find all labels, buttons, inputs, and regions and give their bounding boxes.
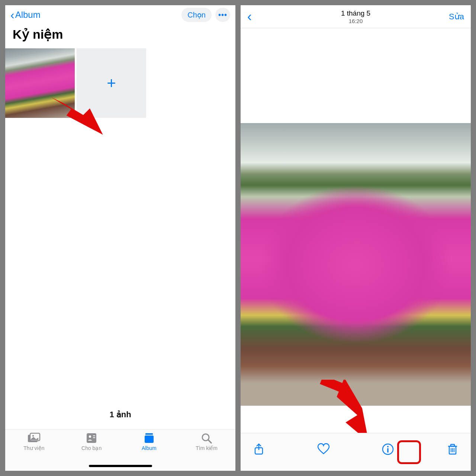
search-icon [200, 432, 213, 444]
for-you-icon [85, 432, 98, 444]
more-button[interactable]: ••• [215, 8, 230, 22]
tab-label: Cho bạn [81, 445, 102, 451]
photo-grid: + [5, 48, 235, 118]
plus-icon: + [107, 74, 116, 92]
album-title: Kỷ niệm [5, 25, 235, 48]
heart-icon [317, 443, 330, 456]
svg-line-10 [208, 440, 211, 443]
nav-bar: ‹ 1 tháng 5 16:20 Sửa [241, 5, 471, 28]
tab-label: Album [142, 445, 157, 451]
select-button[interactable]: Chọn [181, 8, 212, 22]
trash-icon [446, 443, 459, 456]
photo-count: 1 ảnh [5, 410, 235, 419]
svg-rect-6 [93, 437, 95, 438]
photo-full [241, 123, 471, 406]
info-icon [382, 443, 394, 456]
annotation-highlight-box [397, 440, 421, 464]
nav-actions: Chọn ••• [181, 8, 230, 22]
tab-library[interactable]: Thư viện [5, 432, 63, 471]
add-photo-cell[interactable]: + [77, 48, 146, 118]
svg-rect-7 [145, 433, 153, 435]
right-screen-photo-detail: ‹ 1 tháng 5 16:20 Sửa [241, 5, 471, 471]
photo-date: 1 tháng 5 [341, 9, 370, 17]
library-icon [27, 432, 41, 444]
svg-rect-8 [145, 435, 154, 443]
svg-point-14 [387, 446, 389, 447]
svg-point-4 [89, 435, 91, 438]
chevron-left-icon: ‹ [10, 12, 15, 18]
favorite-button[interactable] [316, 441, 331, 457]
left-screen-album-view: ‹ Album Chọn ••• Kỷ niệm + 1 ảnh [5, 5, 235, 471]
tab-label: Thư viện [23, 445, 44, 451]
photo-thumbnail[interactable] [5, 48, 75, 118]
share-icon [253, 443, 265, 456]
photo-time: 16:20 [341, 18, 370, 24]
tab-label: Tìm kiếm [196, 445, 218, 451]
home-indicator[interactable] [89, 465, 152, 467]
svg-rect-18 [451, 444, 454, 446]
svg-point-2 [32, 435, 34, 437]
tab-search[interactable]: Tìm kiếm [178, 432, 235, 471]
back-button[interactable]: ‹ [247, 13, 252, 20]
album-icon [142, 432, 156, 444]
nav-title-group: 1 tháng 5 16:20 [341, 9, 370, 24]
bottom-toolbar [241, 433, 471, 471]
svg-rect-5 [93, 435, 95, 436]
photo-viewport[interactable] [241, 28, 471, 471]
svg-rect-15 [387, 448, 389, 453]
back-button[interactable]: ‹ Album [10, 10, 41, 20]
delete-button[interactable] [445, 441, 460, 457]
info-button[interactable] [380, 441, 396, 457]
nav-bar: ‹ Album Chọn ••• [5, 5, 235, 25]
edit-button[interactable]: Sửa [449, 12, 464, 22]
share-button[interactable] [251, 441, 267, 457]
back-label: Album [15, 10, 41, 20]
ellipsis-icon: ••• [218, 11, 227, 19]
